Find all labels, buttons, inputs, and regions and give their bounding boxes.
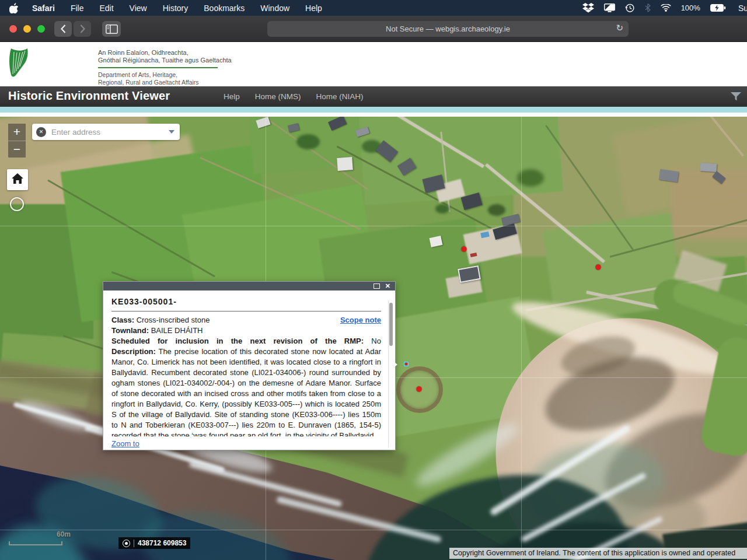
menu-bar-status: 100% Su [582, 3, 747, 13]
reload-icon[interactable]: ↻ [616, 23, 623, 33]
menu-help[interactable]: Help [305, 4, 322, 13]
address-search: ✕ [32, 124, 180, 140]
scheduled-value: No [371, 337, 381, 345]
class-row: Scope note Class: Cross-inscribed stone [111, 315, 381, 326]
townland-row: Townland: BAILE DHÁITH [111, 326, 381, 336]
menu-items: SafariFileEditViewHistoryBookmarksWindow… [32, 4, 322, 13]
nav-help[interactable]: Help [224, 92, 240, 101]
description-label: Description: [111, 347, 156, 356]
forward-button[interactable] [74, 21, 91, 37]
screen: SafariFileEditViewHistoryBookmarksWindow… [0, 0, 747, 560]
battery-charging-icon[interactable] [710, 4, 726, 12]
battery-percentage: 100% [681, 4, 700, 12]
bluetooth-icon[interactable] [645, 4, 651, 12]
department-name: An Roinn Ealaíon, Oidhreachta, Gnóthaí R… [98, 49, 232, 86]
site-marker[interactable] [417, 387, 422, 392]
site-marker[interactable] [462, 247, 467, 252]
search-input[interactable] [51, 128, 169, 136]
dropbox-icon[interactable] [582, 3, 594, 13]
department-name-irish-2: Gnóthaí Réigiúnacha, Tuaithe agus Gaelta… [98, 57, 232, 64]
popup-divider [111, 311, 381, 312]
home-icon [11, 173, 24, 187]
maximize-icon[interactable] [374, 284, 380, 289]
wifi-icon[interactable] [661, 4, 671, 12]
crosshair-icon [123, 540, 130, 547]
department-header: An Roinn Ealaíon, Oidhreachta, Gnóthaí R… [0, 42, 747, 86]
zoom-in-button[interactable]: + [8, 124, 26, 141]
display-icon[interactable] [604, 4, 615, 12]
minimize-window-button[interactable] [23, 25, 31, 33]
dropdown-caret-icon[interactable] [169, 130, 174, 134]
browser-toolbar: Not Secure — webgis.archaeology.ie ↻ [0, 16, 747, 42]
scope-note-link[interactable]: Scope note [340, 315, 381, 326]
scale-label: 60m [57, 530, 71, 538]
description-value: The precise location of this decorated s… [111, 347, 381, 436]
clear-search-icon[interactable]: ✕ [36, 127, 46, 137]
feature-popup: ✕ KE033-005001- Scope note Class: Cross-… [103, 281, 396, 450]
menu-safari[interactable]: Safari [32, 4, 55, 13]
department-name-en-1: Department of Arts, Heritage, [98, 71, 232, 79]
apple-menu-icon[interactable] [9, 3, 18, 13]
zoom-to-link[interactable]: Zoom to [111, 439, 139, 448]
department-name-en-2: Regional, Rural and Gaeltacht Affairs [98, 79, 232, 86]
site-marker[interactable] [596, 265, 601, 270]
record-id: KE033-005001- [111, 297, 381, 306]
coordinate-values: 438712 609853 [138, 539, 186, 547]
macos-menu-bar: SafariFileEditViewHistoryBookmarksWindow… [0, 0, 747, 16]
class-label: Class: [111, 316, 134, 324]
department-name-irish-1: An Roinn Ealaíon, Oidhreachta, [98, 49, 232, 57]
back-button[interactable] [54, 21, 72, 37]
zoom-out-button[interactable]: − [8, 141, 26, 158]
sidebar-toggle-button[interactable] [102, 21, 121, 37]
menu-window[interactable]: Window [260, 4, 289, 13]
logo-divider [98, 67, 218, 68]
zoom-control: + − [8, 124, 26, 158]
copyright-notice: Copyright Government of Ireland. The con… [449, 548, 747, 559]
coordinate-readout: 438712 609853 [118, 537, 190, 549]
close-icon[interactable]: ✕ [385, 283, 390, 289]
menu-file[interactable]: File [71, 4, 84, 13]
address-bar-text: Not Secure — webgis.archaeology.ie [386, 24, 510, 33]
menu-view[interactable]: View [130, 4, 147, 13]
harp-logo-icon [8, 48, 29, 83]
address-bar[interactable]: Not Secure — webgis.archaeology.ie ↻ [267, 21, 629, 37]
close-window-button[interactable] [9, 25, 17, 33]
map-viewport[interactable]: + − ✕ ✕ KE033-005001- Scope note Cl [0, 117, 747, 560]
menu-history[interactable]: History [163, 4, 189, 13]
locate-me-button[interactable] [10, 197, 24, 211]
app-nav: HelpHome (NMS)Home (NIAH) [224, 92, 364, 101]
townland-value: BAILE DHÁITH [151, 326, 203, 335]
nav-home-niah[interactable]: Home (NIAH) [316, 92, 364, 101]
description-row: Description: The precise location of thi… [111, 346, 381, 436]
menu-bookmarks[interactable]: Bookmarks [204, 4, 245, 13]
accent-strip [0, 107, 747, 113]
popup-title-bar[interactable]: ✕ [103, 282, 395, 290]
home-extent-button[interactable] [7, 169, 28, 190]
nav-home-nms[interactable]: Home (NMS) [255, 92, 301, 101]
record-details[interactable]: Scheduled for inclusion in the next revi… [111, 336, 381, 436]
page-title: Historic Environment Viewer [8, 89, 170, 103]
scheduled-label: Scheduled for inclusion in the next revi… [111, 337, 364, 345]
menu-bar-clock[interactable]: Su [738, 4, 747, 13]
scheduled-row: Scheduled for inclusion in the next revi… [111, 336, 381, 346]
popup-scrollbar-thumb[interactable] [389, 303, 393, 346]
menu-edit[interactable]: Edit [99, 4, 113, 13]
app-title-bar: Historic Environment Viewer HelpHome (NM… [0, 86, 747, 107]
zoom-window-button[interactable] [37, 25, 45, 33]
popup-body: KE033-005001- Scope note Class: Cross-in… [103, 290, 395, 450]
time-machine-icon[interactable] [625, 3, 635, 13]
class-value: Cross-inscribed stone [137, 316, 210, 324]
popup-scrollbar[interactable] [388, 300, 393, 447]
filter-icon[interactable] [731, 92, 741, 103]
coords-divider [134, 540, 134, 547]
scale-bar [9, 541, 62, 545]
townland-label: Townland: [111, 326, 149, 335]
